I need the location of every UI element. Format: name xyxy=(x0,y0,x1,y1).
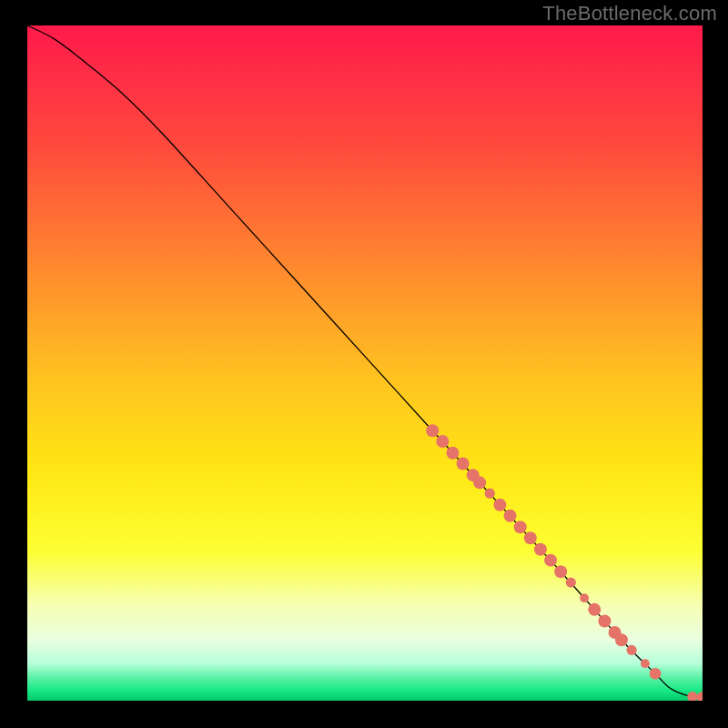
data-point xyxy=(524,531,537,544)
data-point xyxy=(580,593,589,602)
gradient-background xyxy=(27,25,703,701)
data-point xyxy=(598,614,611,627)
data-point xyxy=(514,521,527,533)
data-point xyxy=(426,424,439,437)
chart-frame: TheBottleneck.com xyxy=(0,0,728,728)
data-point xyxy=(457,458,470,470)
watermark-text: TheBottleneck.com xyxy=(542,2,717,25)
data-point xyxy=(446,447,459,460)
data-point xyxy=(554,565,567,578)
data-point xyxy=(566,578,576,588)
plot-area xyxy=(27,25,703,701)
data-point xyxy=(650,668,662,680)
data-point xyxy=(588,603,601,616)
data-point xyxy=(615,633,628,646)
data-point xyxy=(626,645,636,655)
data-point xyxy=(493,499,506,511)
data-point xyxy=(544,554,557,567)
data-point xyxy=(473,476,486,489)
data-point xyxy=(534,543,547,556)
data-point xyxy=(504,510,517,522)
data-point xyxy=(485,489,495,499)
chart-svg xyxy=(27,25,703,701)
data-point xyxy=(641,659,650,668)
data-point xyxy=(436,435,449,448)
